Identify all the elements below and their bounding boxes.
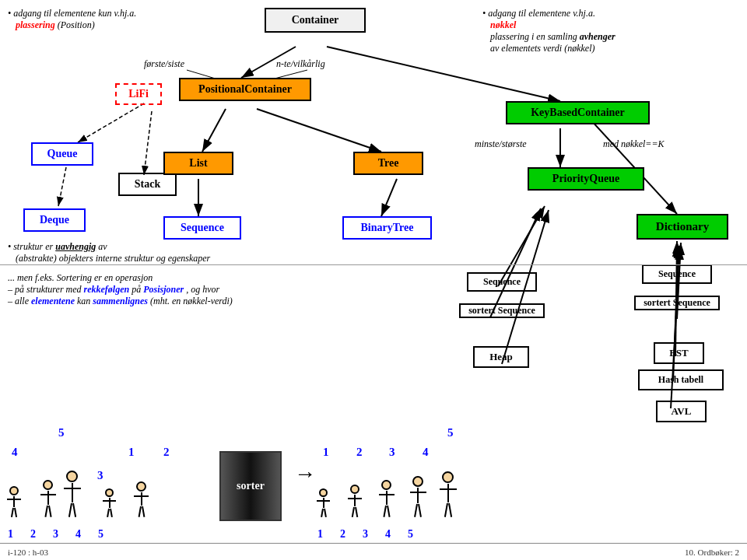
stack-node: Stack [118,173,177,196]
number-4-left: 4 [12,446,18,459]
svg-line-8 [78,103,144,142]
priority-queue-node: PriorityQueue [528,167,644,191]
hash-table-node: Hash tabell [638,369,724,390]
number-3-right-a: 3 [389,446,395,459]
svg-line-14 [490,208,541,317]
number-1-left: 1 [128,446,135,459]
uavhengig-label: uavhengig [55,241,96,252]
forste-siste-label: første/siste [144,58,184,70]
key-based-container-node: KeyBasedContainer [506,101,650,124]
bottom-numbers-right: 1 2 3 4 5 [317,528,413,541]
number-5-left: 5 [58,426,65,439]
person-right-4 [412,476,423,517]
sorted-seq-right-node: sortert Sequence [634,296,720,310]
sammenlignes-label: sammenlignes [93,296,148,306]
bullet-right-4: av elementets verdi (nøkkel) [490,43,594,54]
abstrakte-text: (abstrakte) objekters interne struktur o… [16,253,210,264]
med-nokkel-label: med nøkkel==K [603,138,665,150]
bullet-right-1: adgang til elementene v.hj.a. [488,8,595,19]
deque-node: Deque [23,208,86,232]
position-text: (Position) [58,19,95,30]
sortering-text: ... men f.eks. Sortering er en operasjon… [8,272,265,307]
plassering-right: plassering i en samling [490,31,580,42]
number-3-left: 3 [97,469,103,482]
person-left-3 [66,471,78,517]
number-2-left: 2 [163,446,170,459]
person-left-2 [43,480,53,517]
bottom-numbers-left: 1 2 3 4 5 [8,528,103,541]
container-node: Container [265,8,366,33]
page: • adgang til elementene kun v.hj.a. plas… [0,0,747,560]
posisjoner-label: Posisjoner [143,284,184,295]
footer-right: 10. Ordbøker: 2 [685,548,739,557]
bullet-left-1: adgang til elementene kun v.hj.a. [13,8,136,19]
nte-tilfeldig-label: n-te/vilkårlig [276,58,325,70]
binary-tree-node: BinaryTree [342,216,432,240]
svg-line-5 [257,109,381,152]
plassering-label: plassering [16,19,55,30]
nokkel-label: nøkkel [490,19,516,30]
heap-node: Heap [473,346,529,368]
sort-arrow: → [294,461,316,486]
sequence-node: Sequence [163,216,241,240]
dictionary-node: Dictionary [637,214,728,240]
person-right-5 [442,471,454,517]
number-2-right-a: 2 [356,446,363,459]
number-5-right-a: 5 [447,426,454,439]
person-left-1 [9,486,19,517]
svg-line-10 [58,167,66,206]
person-right-3 [381,480,391,517]
bst-node: BST [654,342,704,364]
number-4-right-a: 4 [423,446,429,459]
svg-line-9 [144,111,152,175]
avl-node: AVL [656,401,707,422]
sorted-seq-left-node: sortert Sequence [459,303,545,318]
list-node: List [163,152,233,175]
elementene-label: elementene [31,296,75,306]
rekkefølgen-label: rekkefølgen [84,284,130,295]
left-bullets-bottom: • struktur er uavhengig av (abstrakte) o… [8,241,233,264]
left-bullets-top: • adgang til elementene kun v.hj.a. plas… [8,8,187,31]
footer-left: i-120 : h-03 [8,548,48,557]
seq-right-node: Sequence [642,264,712,284]
seq-left-node: Sequence [467,272,537,292]
minste-storste-label: minste/største [475,138,527,150]
svg-line-7 [381,179,397,216]
tree-node: Tree [353,152,423,175]
right-bullets-top: • adgang til elementene v.hj.a. nøkkel p… [482,8,731,54]
person-left-5 [136,481,146,517]
divider-line [0,264,747,265]
person-right-1 [319,488,328,517]
svg-line-4 [202,109,226,152]
avhenger-label: avhenger [580,31,615,42]
svg-line-3 [327,47,560,101]
person-right-2 [350,485,359,517]
positional-container-node: PositionalContainer [179,78,311,101]
sorter-box: sorter [219,451,282,521]
person-left-4 [105,488,114,517]
queue-node: Queue [31,142,93,166]
number-1-right-a: 1 [323,446,329,459]
lifi-node: LiFi [115,83,162,105]
footer: i-120 : h-03 10. Ordbøker: 2 [0,543,747,560]
